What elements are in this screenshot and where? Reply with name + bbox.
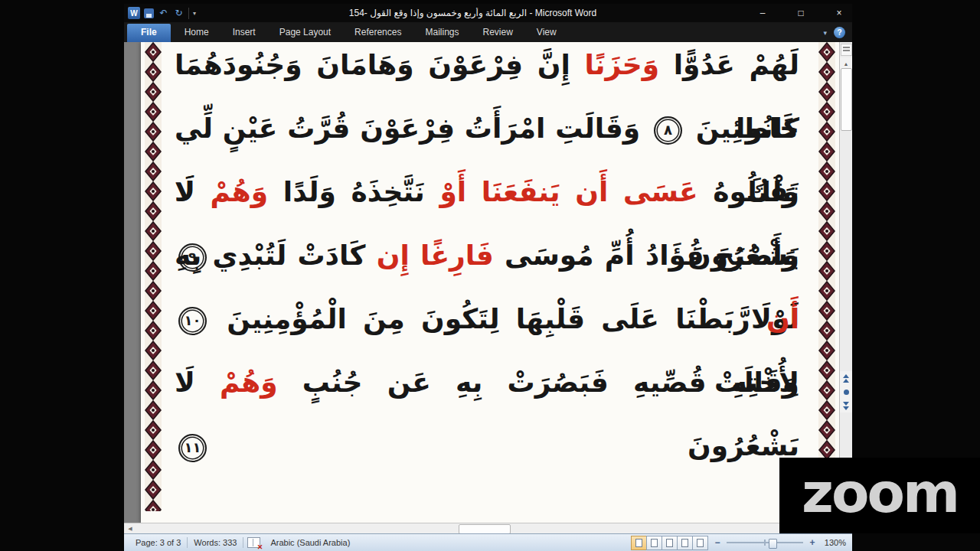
previous-page-button[interactable] [840,371,852,385]
zoom-in-button[interactable]: + [808,537,816,548]
horizontal-scrollbar[interactable]: ◀ ▶ [124,523,840,534]
view-shortcuts [632,536,708,550]
quran-line-5: أَن رَّبَطْنَا عَلَى قَلْبِهَا لِتَكُونَ… [175,287,799,350]
scroll-left-button[interactable]: ◀ [126,523,135,534]
text-segment: تَقْتُلُوهُ [698,176,799,207]
ribbon-collapse-icon[interactable]: ▾ [823,29,827,37]
status-left: Page: 3 of 3 Words: 333 ✕ Arabic (Saudi … [124,534,356,551]
restore-button[interactable]: □ [795,4,806,22]
view-glyph-icon [681,539,688,547]
status-right: − + 130% [632,536,852,550]
ribbon-tab-review[interactable]: Review [472,24,522,42]
ribbon-right-controls: ▾ ? [823,27,852,42]
next-page-button[interactable] [840,399,852,412]
ribbon-tab-row: FileHomeInsertPage LayoutReferencesMaili… [124,22,852,42]
verse-marker: ١١ [178,434,207,462]
text-segment: فَارِغًا إِن [377,240,494,271]
close-button[interactable]: × [834,4,844,22]
view-glyph-icon [666,539,673,547]
ribbon-tabs: FileHomeInsertPage LayoutReferencesMaili… [124,24,570,42]
zoom-slider-notch [764,540,766,546]
double-up-arrow-icon [843,374,849,378]
quran-line-3: تَقْتُلُوهُ عَسَى أَن يَنفَعَنَا أَوْ نَ… [175,160,799,223]
proofing-error-mark: ✕ [257,543,263,551]
screen: W↶↻▾ الربع المائة وأربع وخمسون وإذا وقع … [0,0,980,551]
outline-view-button[interactable] [677,536,693,550]
proofing-status-icon[interactable]: ✕ [247,537,260,548]
text-segment: رَّبَطْنَا عَلَى قَلْبِهَا لِتَكُونَ مِن… [211,303,766,334]
text-segment: لِأُخْتِهِ قُصِّيهِ فَبَصُرَتْ بِهِ عَن … [278,367,799,398]
redo-icon[interactable]: ↻ [173,8,185,19]
browse-object-dot-icon [844,390,849,395]
undo-icon[interactable]: ↶ [158,8,169,19]
app-title: - Microsoft Word [527,8,596,18]
save-icon[interactable] [144,8,154,18]
full-screen-reading-view-button[interactable] [646,536,662,550]
text-segment: عَسَى أَن يَنفَعَنَا أَوْ [439,176,697,207]
ornamental-border-left-icon [145,42,162,511]
vertical-scrollbar[interactable]: ▲ ▼ [839,42,852,523]
zoom-out-button[interactable]: − [714,537,721,548]
text-segment: وَهُمْ [220,367,278,398]
text-segment: وَهُمْ [211,176,269,207]
word-logo-icon[interactable]: W [128,7,140,19]
title-bar: W↶↻▾ الربع المائة وأربع وخمسون وإذا وقع … [124,4,852,22]
quran-line-2: خَاطِئِينَ ٨ وَقَالَتِ امْرَأَتُ فِرْعَو… [175,96,799,160]
word-window: W↶↻▾ الربع المائة وأربع وخمسون وإذا وقع … [124,4,852,551]
text-segment: لَهُمْ عَدُوًّا [659,49,799,80]
separator [243,537,243,548]
zoom-level[interactable]: 130% [822,538,846,547]
ruler-icon [843,47,850,48]
window-title: الربع المائة وأربع وخمسون وإذا وقع القول… [196,8,750,18]
ribbon-tab-mailings[interactable]: Mailings [415,24,469,42]
quick-access-toolbar: W↶↻▾ [124,7,196,19]
zoom-watermark-text: zoom [802,465,958,527]
ribbon-tab-references[interactable]: References [345,24,411,42]
page: لَهُمْ عَدُوًّا وَحَزَنًا إِنَّ فِرْعَوْ… [141,42,839,523]
text-segment: أَن [766,303,799,334]
zoom-slider-thumb[interactable] [769,539,777,549]
ruler-toggle-button[interactable] [841,44,852,56]
language-indicator[interactable]: Arabic (Saudi Arabia) [264,538,356,547]
view-glyph-icon [697,539,704,547]
quran-text: لَهُمْ عَدُوًّا وَحَزَنًا إِنَّ فِرْعَوْ… [175,42,799,414]
view-glyph-icon [635,539,642,547]
double-down-arrow-icon [843,402,849,406]
help-icon[interactable]: ? [834,27,845,38]
web-layout-view-button[interactable] [662,536,678,550]
verse-marker: ٨ [654,116,682,145]
text-segment: خَاطِئِينَ [686,112,799,144]
ribbon-tab-view[interactable]: View [527,24,567,42]
page-indicator[interactable]: Page: 3 of 3 [129,538,187,547]
ribbon-tab-home[interactable]: Home [175,24,219,42]
browse-buttons [840,371,852,412]
zoom-slider[interactable] [727,537,803,548]
print-layout-view-button[interactable] [631,536,647,550]
vscroll-thumb[interactable] [841,68,852,131]
quran-line-1: لَهُمْ عَدُوًّا وَحَزَنًا إِنَّ فِرْعَوْ… [175,42,799,96]
document-title: الربع المائة وأربع وخمسون وإذا وقع القول… [349,8,527,18]
quran-line-4: وَأَصْبَحَ فُؤَادُ أُمِّ مُوسَى فَارِغًا… [175,223,799,287]
window-controls: – □ × [750,4,852,22]
draft-view-button[interactable] [692,536,708,550]
status-bar: Page: 3 of 3 Words: 333 ✕ Arabic (Saudi … [124,533,852,551]
text-segment: وَحَزَنًا [584,49,659,80]
document-area: لَهُمْ عَدُوًّا وَحَزَنًا إِنَّ فِرْعَوْ… [124,42,852,534]
verse-marker: ١٠ [178,307,207,335]
ornamental-border-right-icon [818,42,835,511]
minimize-button[interactable]: – [757,4,768,22]
ribbon-tab-insert[interactable]: Insert [223,24,266,42]
word-count[interactable]: Words: 333 [188,538,243,547]
zoom-watermark: zoom [779,458,980,533]
ribbon-tab-page-layout[interactable]: Page Layout [270,24,341,42]
view-glyph-icon [651,539,658,547]
text-segment: نَتَّخِذَهُ وَلَدًا [268,176,439,207]
ribbon-tab-file[interactable]: File [127,24,171,42]
select-browse-object-button[interactable] [840,385,852,399]
quran-line-6: لِأُخْتِهِ قُصِّيهِ فَبَصُرَتْ بِهِ عَن … [175,350,799,414]
customize-toolbar-caret-icon[interactable]: ▾ [188,8,196,19]
text-segment: وَأَصْبَحَ فُؤَادُ أُمِّ مُوسَى [494,240,799,271]
